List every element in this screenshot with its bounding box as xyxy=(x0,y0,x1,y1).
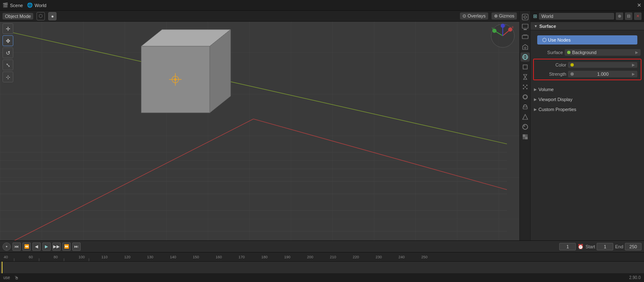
use-nodes-button[interactable]: Use Nodes xyxy=(537,35,637,45)
svg-point-47 xyxy=(524,87,526,88)
prop-icon-data[interactable] xyxy=(521,112,530,121)
viewport-toolbar: Object Mode ⬡ ● ⊙ Overlays ⊕ Gizmos xyxy=(0,11,519,22)
tool-transform[interactable]: ⊹ xyxy=(2,72,13,82)
tool-move[interactable]: ✥ xyxy=(2,35,13,46)
strength-value-field[interactable]: 1.000 ▶ xyxy=(568,71,637,77)
svg-rect-56 xyxy=(525,137,528,139)
scene-icon: 🎬 xyxy=(2,2,8,8)
tl-next-keyframe[interactable]: ⏩ xyxy=(62,242,71,251)
svg-rect-53 xyxy=(523,134,525,137)
close-world-btn[interactable]: ✕ xyxy=(634,12,642,20)
svg-rect-31 xyxy=(522,14,528,20)
surface-collapse-arrow: ▼ xyxy=(534,24,538,28)
tl-clock-icon: ⏰ xyxy=(578,244,584,250)
prop-icon-output[interactable] xyxy=(521,22,530,32)
tl-jump-start[interactable]: ⏮ xyxy=(12,242,21,251)
surface-section-header[interactable]: ▼ Surface xyxy=(531,22,644,30)
tl-end-label: End xyxy=(615,244,623,249)
tool-cursor[interactable]: ✛ xyxy=(2,23,13,34)
scene-label: Scene xyxy=(10,3,23,8)
svg-rect-55 xyxy=(523,137,525,139)
svg-rect-34 xyxy=(524,29,527,30)
tl-current-frame[interactable] xyxy=(559,243,576,250)
tool-rotate[interactable]: ↺ xyxy=(2,47,13,58)
properties-header-dropdown-icon[interactable]: ⊞ xyxy=(533,13,537,19)
volume-arrow: ▶ xyxy=(534,87,537,92)
tl-prev-keyframe[interactable]: ⏪ xyxy=(22,242,31,251)
highlight-box: Color ▶ Strength 1. xyxy=(533,59,642,80)
prop-icon-constraints[interactable] xyxy=(521,102,530,111)
prop-icon-physics[interactable] xyxy=(521,92,530,101)
browse-world-btn[interactable]: ⊟ xyxy=(625,12,632,20)
tl-playback-dot[interactable]: ● xyxy=(2,242,11,251)
tl-end-frame[interactable] xyxy=(625,243,642,250)
custom-properties-section: ▶ Custom Properties xyxy=(531,104,644,114)
viewport-display-label: Viewport Display xyxy=(538,97,573,102)
svg-text:240: 240 xyxy=(398,255,405,259)
svg-marker-50 xyxy=(523,114,528,119)
color-label: Color xyxy=(537,62,566,67)
prop-icon-texture[interactable] xyxy=(521,132,530,141)
prop-icon-modifier[interactable] xyxy=(521,72,530,82)
prop-icon-render[interactable] xyxy=(521,12,530,22)
top-header: 🎬 Scene 🌐 World ✕ xyxy=(0,0,644,11)
svg-text:130: 130 xyxy=(147,255,153,259)
custom-properties-arrow: ▶ xyxy=(534,107,537,111)
tool-scale[interactable]: ⤡ xyxy=(2,59,13,70)
svg-text:170: 170 xyxy=(238,255,245,259)
viewport-overlays-btn[interactable]: ⊙ Overlays xyxy=(460,12,488,20)
strength-label: Strength xyxy=(537,72,566,77)
header-scene: 🎬 Scene xyxy=(2,2,23,8)
svg-text:220: 220 xyxy=(353,255,359,259)
timeline-track[interactable] xyxy=(0,262,644,273)
svg-rect-57 xyxy=(2,252,642,262)
prop-icon-particles[interactable] xyxy=(521,82,530,92)
svg-point-32 xyxy=(524,16,526,18)
svg-point-45 xyxy=(523,88,524,89)
header-world: 🌐 World xyxy=(27,2,47,8)
custom-properties-header[interactable]: ▶ Custom Properties xyxy=(531,105,644,114)
new-world-btn[interactable]: ⊕ xyxy=(616,12,623,20)
viewport-display-arrow: ▶ xyxy=(534,97,537,101)
svg-point-43 xyxy=(523,85,524,86)
viewport-mode-btn[interactable]: Object Mode xyxy=(2,13,33,20)
right-panel: ⊞ ⊕ ⊟ ✕ ▼ Surface Use Nodes xyxy=(519,11,644,240)
tl-jump-end[interactable]: ⏭ xyxy=(72,242,81,251)
prop-icon-material[interactable] xyxy=(521,122,530,131)
viewport-shading-wireframe[interactable]: ⬡ xyxy=(37,12,45,20)
surface-section: ▼ Surface Use Nodes Surface Background xyxy=(531,22,644,84)
volume-section-header[interactable]: ▶ Volume xyxy=(531,85,644,94)
tl-play[interactable]: ▶ xyxy=(42,242,51,251)
viewport-3d[interactable]: Object Mode ⬡ ● ⊙ Overlays ⊕ Gizmos ✛ ✥ … xyxy=(0,11,519,240)
tl-next-frame[interactable]: ▶▶ xyxy=(52,242,61,251)
svg-text:230: 230 xyxy=(376,255,382,259)
surface-section-label: Surface xyxy=(539,24,556,29)
tl-start-frame[interactable] xyxy=(597,243,613,250)
tl-prev-frame[interactable]: ◀ xyxy=(32,242,41,251)
surface-dropdown-arrow: ▶ xyxy=(635,50,638,54)
world-name-input[interactable] xyxy=(539,13,614,20)
volume-label: Volume xyxy=(538,87,554,92)
color-value[interactable]: ▶ xyxy=(568,62,637,68)
viewport-display-header[interactable]: ▶ Viewport Display xyxy=(531,95,644,104)
viewport-tools: ✛ ✥ ↺ ⤡ ⊹ xyxy=(2,23,13,82)
prop-icon-scene[interactable] xyxy=(521,42,530,52)
surface-type-value[interactable]: Background ▶ xyxy=(565,49,641,56)
svg-text:180: 180 xyxy=(261,255,268,259)
status-mode: use xyxy=(3,275,10,280)
main-area: Object Mode ⬡ ● ⊙ Overlays ⊕ Gizmos ✛ ✥ … xyxy=(0,11,644,240)
status-icon-mouse: 🖱 xyxy=(14,275,19,281)
prop-icon-world[interactable] xyxy=(521,52,530,62)
header-close-icon[interactable]: ✕ xyxy=(637,2,642,8)
custom-properties-label: Custom Properties xyxy=(538,107,576,112)
svg-point-52 xyxy=(524,125,525,127)
prop-icon-view-layer[interactable] xyxy=(521,32,530,42)
surface-section-body: Use Nodes Surface Background ▶ xyxy=(531,30,644,84)
viewport-shading-solid[interactable]: ● xyxy=(48,12,57,20)
prop-icon-object[interactable] xyxy=(521,62,530,72)
svg-rect-2 xyxy=(0,11,519,240)
surface-dot xyxy=(567,51,570,54)
properties-panel-header: ⊞ ⊕ ⊟ ✕ xyxy=(531,11,644,22)
svg-point-46 xyxy=(526,88,527,89)
viewport-gizmos-btn[interactable]: ⊕ Gizmos xyxy=(492,12,517,20)
